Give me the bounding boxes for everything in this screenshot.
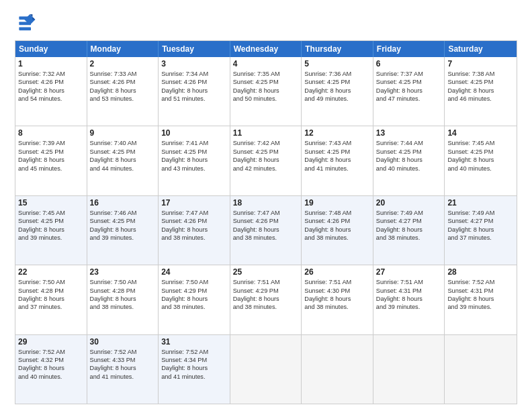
header-day-monday: Monday [87, 41, 159, 57]
calendar-page: SundayMondayTuesdayWednesdayThursdayFrid… [0, 0, 532, 411]
calendar-cell: 11Sunrise: 7:42 AMSunset: 4:25 PMDayligh… [230, 126, 302, 195]
logo [15, 12, 39, 34]
calendar-header: SundayMondayTuesdayWednesdayThursdayFrid… [15, 41, 517, 57]
calendar-cell: 5Sunrise: 7:36 AMSunset: 4:25 PMDaylight… [302, 57, 373, 126]
calendar-cell: 9Sunrise: 7:40 AMSunset: 4:25 PMDaylight… [87, 126, 159, 195]
calendar-cell: 20Sunrise: 7:49 AMSunset: 4:27 PMDayligh… [373, 196, 445, 265]
svg-rect-2 [19, 16, 31, 19]
calendar-cell: 3Sunrise: 7:34 AMSunset: 4:26 PMDaylight… [159, 57, 230, 126]
calendar-cell: 29Sunrise: 7:52 AMSunset: 4:32 PMDayligh… [15, 335, 87, 404]
calendar-cell: 14Sunrise: 7:45 AMSunset: 4:25 PMDayligh… [445, 126, 517, 195]
calendar-cell: 1Sunrise: 7:32 AMSunset: 4:26 PMDaylight… [15, 57, 87, 126]
calendar-cell: 16Sunrise: 7:46 AMSunset: 4:25 PMDayligh… [87, 196, 159, 265]
calendar-cell: 27Sunrise: 7:51 AMSunset: 4:31 PMDayligh… [373, 265, 445, 334]
calendar-cell: 22Sunrise: 7:50 AMSunset: 4:28 PMDayligh… [15, 265, 87, 334]
calendar-cell [445, 335, 517, 404]
calendar-cell [302, 335, 373, 404]
calendar-row-5: 29Sunrise: 7:52 AMSunset: 4:32 PMDayligh… [15, 334, 517, 404]
header-day-sunday: Sunday [15, 41, 87, 57]
calendar-cell [373, 335, 445, 404]
svg-rect-3 [19, 21, 31, 25]
calendar-body: 1Sunrise: 7:32 AMSunset: 4:26 PMDaylight… [15, 57, 517, 404]
header-day-friday: Friday [373, 41, 445, 57]
header-day-wednesday: Wednesday [230, 41, 302, 57]
calendar-cell: 23Sunrise: 7:50 AMSunset: 4:28 PMDayligh… [87, 265, 159, 334]
svg-rect-4 [19, 27, 31, 30]
header-day-thursday: Thursday [302, 41, 373, 57]
calendar-cell: 10Sunrise: 7:41 AMSunset: 4:25 PMDayligh… [159, 126, 230, 195]
header [15, 12, 517, 34]
calendar-cell: 30Sunrise: 7:52 AMSunset: 4:33 PMDayligh… [87, 335, 159, 404]
calendar-cell: 31Sunrise: 7:52 AMSunset: 4:34 PMDayligh… [159, 335, 230, 404]
calendar-cell: 6Sunrise: 7:37 AMSunset: 4:25 PMDaylight… [373, 57, 445, 126]
calendar-cell: 28Sunrise: 7:52 AMSunset: 4:31 PMDayligh… [445, 265, 517, 334]
calendar-cell: 12Sunrise: 7:43 AMSunset: 4:25 PMDayligh… [302, 126, 373, 195]
calendar-cell: 15Sunrise: 7:45 AMSunset: 4:25 PMDayligh… [15, 196, 87, 265]
calendar-cell: 17Sunrise: 7:47 AMSunset: 4:26 PMDayligh… [159, 196, 230, 265]
calendar: SundayMondayTuesdayWednesdayThursdayFrid… [15, 40, 517, 404]
calendar-cell: 19Sunrise: 7:48 AMSunset: 4:26 PMDayligh… [302, 196, 373, 265]
calendar-row-4: 22Sunrise: 7:50 AMSunset: 4:28 PMDayligh… [15, 265, 517, 334]
header-day-saturday: Saturday [445, 41, 517, 57]
calendar-cell: 13Sunrise: 7:44 AMSunset: 4:25 PMDayligh… [373, 126, 445, 195]
logo-icon [15, 12, 36, 34]
calendar-cell: 2Sunrise: 7:33 AMSunset: 4:26 PMDaylight… [87, 57, 159, 126]
calendar-cell: 24Sunrise: 7:50 AMSunset: 4:29 PMDayligh… [159, 265, 230, 334]
calendar-row-2: 8Sunrise: 7:39 AMSunset: 4:25 PMDaylight… [15, 126, 517, 195]
calendar-cell: 7Sunrise: 7:38 AMSunset: 4:25 PMDaylight… [445, 57, 517, 126]
calendar-cell: 26Sunrise: 7:51 AMSunset: 4:30 PMDayligh… [302, 265, 373, 334]
calendar-row-1: 1Sunrise: 7:32 AMSunset: 4:26 PMDaylight… [15, 57, 517, 126]
calendar-cell [230, 335, 302, 404]
calendar-cell: 21Sunrise: 7:49 AMSunset: 4:27 PMDayligh… [445, 196, 517, 265]
calendar-cell: 25Sunrise: 7:51 AMSunset: 4:29 PMDayligh… [230, 265, 302, 334]
calendar-cell: 4Sunrise: 7:35 AMSunset: 4:25 PMDaylight… [230, 57, 302, 126]
header-day-tuesday: Tuesday [159, 41, 230, 57]
calendar-row-3: 15Sunrise: 7:45 AMSunset: 4:25 PMDayligh… [15, 195, 517, 265]
calendar-cell: 8Sunrise: 7:39 AMSunset: 4:25 PMDaylight… [15, 126, 87, 195]
calendar-cell: 18Sunrise: 7:47 AMSunset: 4:26 PMDayligh… [230, 196, 302, 265]
